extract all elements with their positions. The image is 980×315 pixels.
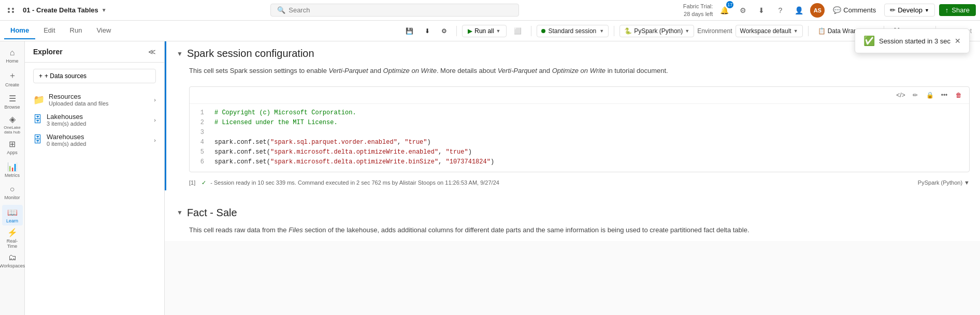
share-icon: ↑ — [945, 6, 949, 14]
collapse-button-1[interactable]: ▼ — [177, 50, 183, 57]
app-grid-button[interactable] — [4, 3, 19, 18]
stop-button[interactable]: ⬜ — [510, 25, 526, 37]
tab-home[interactable]: Home — [4, 22, 35, 39]
sidebar-item-metrics[interactable]: 📊 Metrics — [2, 159, 23, 180]
download-icon-btn[interactable]: ⬇ — [754, 3, 769, 18]
success-icon: ✓ — [201, 179, 206, 186]
language-selector[interactable]: 🐍 PySpark (Python) ▼ — [619, 25, 694, 37]
cell-1-title: Spark session configuration — [187, 48, 314, 59]
lakehouses-name: Lakehouses — [47, 113, 150, 121]
user-profile-btn[interactable]: 👤 — [791, 3, 806, 18]
code-line-3 — [214, 128, 965, 138]
chevron-down-icon: ▼ — [685, 28, 689, 34]
sidebar-item-browse[interactable]: ☰ Browse — [2, 91, 23, 112]
notification-badge: 17 — [726, 1, 733, 8]
top-bar-left: 01 - Create Delta Tables ▼ — [4, 3, 107, 18]
lakehouses-info: Lakehouses 3 item(s) added — [47, 113, 150, 127]
workspace-selector[interactable]: Workspace default ▼ — [736, 25, 803, 37]
italic-text-1: Verti-Parquet — [329, 67, 368, 74]
lang-label: PySpark (Python) — [634, 27, 683, 35]
sidebar-item-apps[interactable]: ⊞ Apps — [2, 137, 23, 157]
explorer-warehouses-item[interactable]: 🗄 Warehouses 0 item(s) added › — [25, 130, 164, 150]
edit-btn[interactable]: ✏ — [909, 89, 921, 101]
cell-2-header: ▼ Fact - Sale — [166, 201, 980, 225]
explorer-close-button[interactable]: ≪ — [148, 48, 156, 56]
sidebar-item-workspaces[interactable]: 🗂 Workspaces — [2, 250, 23, 271]
separator-1 — [456, 26, 457, 36]
sidebar-item-realtime[interactable]: ⚡ Real-Time — [2, 228, 23, 248]
sidebar-label-create: Create — [5, 82, 19, 87]
content-area: ▼ Spark session configuration This cell … — [165, 41, 980, 315]
tab-edit[interactable]: Edit — [37, 22, 61, 39]
sidebar-label-metrics: Metrics — [5, 173, 20, 178]
search-bar[interactable]: 🔍 — [270, 4, 519, 17]
session-selector[interactable]: Standard session ▼ — [537, 25, 609, 37]
search-icon: 🔍 — [277, 6, 285, 14]
explorer-title: Explorer — [33, 48, 63, 56]
notification-bell[interactable]: 🔔 17 — [717, 3, 731, 18]
lock-btn[interactable]: 🔒 — [924, 89, 936, 101]
toast-close-button[interactable]: ✕ — [955, 37, 961, 45]
run-all-button[interactable]: ▶ Run all ▼ — [462, 25, 506, 37]
explorer-resources-item[interactable]: 📁 Resources Uploaded data and files › — [25, 89, 164, 110]
develop-button[interactable]: ✏ Develop ▼ — [884, 4, 935, 17]
sidebar-label-monitor: Monitor — [4, 195, 20, 200]
chevron-down-icon: ▼ — [496, 28, 501, 34]
toast-text: Session started in 3 sec — [879, 37, 950, 45]
sidebar-item-monitor[interactable]: ○ Monitor — [2, 182, 23, 203]
explorer-panel: Explorer ≪ + + Data sources 📁 Resources … — [25, 41, 165, 315]
session-toast: ✅ Session started in 3 sec ✕ — [855, 28, 970, 53]
home-icon: ⌂ — [10, 48, 15, 57]
code-line-2: # Licensed under the MIT License. — [214, 118, 965, 128]
env-label: Environment — [697, 27, 732, 35]
tab-view[interactable]: View — [90, 22, 117, 39]
sidebar-item-onelake[interactable]: ◈ OneLake data hub — [2, 114, 23, 134]
cell-settings-button[interactable]: ⚙ — [437, 25, 451, 37]
menu-bar: Home Edit Run View 💾 ⬇ ⚙ ▶ Run all ▼ ⬜ S… — [0, 21, 980, 41]
search-input[interactable] — [289, 6, 512, 14]
italic-text-4: Optimize on Write — [552, 67, 606, 74]
chevron-right-icon-2: › — [154, 117, 156, 123]
settings-icon-btn[interactable]: ⚙ — [736, 3, 750, 18]
sidebar-item-learn[interactable]: 📖 Learn — [2, 205, 23, 226]
separator-4 — [808, 26, 809, 36]
comment-icon: 💬 — [833, 6, 841, 14]
share-button[interactable]: ↑ Share — [939, 4, 976, 16]
save-icon: 💾 — [406, 27, 413, 35]
collapse-button-2[interactable]: ▼ — [177, 209, 183, 216]
italic-files: Files — [289, 226, 302, 234]
code-line-6: spark.conf.set("spark.microsoft.delta.op… — [214, 157, 965, 167]
sidebar-item-create[interactable]: ＋ Create — [2, 68, 23, 89]
folder-icon: 📁 — [33, 94, 45, 106]
code-line-1: # Copyright (c) Microsoft Corporation. — [214, 108, 965, 118]
toast-check-icon: ✅ — [863, 35, 875, 47]
comments-button[interactable]: 💬 Comments — [829, 4, 880, 16]
help-icon-btn[interactable]: ? — [773, 3, 787, 18]
sidebar-label-workspaces: Workspaces — [0, 263, 25, 268]
separator-3 — [614, 26, 614, 36]
download-icon: ⬇ — [425, 27, 430, 35]
sidebar-item-home[interactable]: ⌂ Home — [2, 46, 23, 66]
add-data-sources-button[interactable]: + + Data sources — [33, 69, 156, 83]
delete-btn[interactable]: 🗑 — [953, 89, 965, 101]
top-bar-center: 🔍 — [111, 4, 679, 17]
line-numbers: 1 2 3 4 5 6 — [190, 108, 210, 168]
more-btn[interactable]: ••• — [938, 89, 950, 101]
tab-run[interactable]: Run — [64, 22, 89, 39]
sidebar-label-onelake: OneLake data hub — [2, 125, 23, 134]
chevron-down-icon: ▼ — [794, 28, 798, 34]
cell-1-number: [1] — [189, 179, 195, 186]
explorer-header: Explorer ≪ — [25, 41, 164, 63]
avatar[interactable]: AS — [810, 3, 825, 18]
cell-2-title: Fact - Sale — [187, 207, 237, 219]
save-button[interactable]: 💾 — [401, 25, 417, 37]
apps-icon: ⊞ — [9, 139, 16, 149]
code-line-4: spark.conf.set("spark.sql.parquet.vorder… — [214, 138, 965, 147]
code-view-btn[interactable]: </> — [895, 89, 907, 101]
sidebar-label-browse: Browse — [4, 104, 20, 110]
session-status-indicator — [541, 29, 545, 33]
chevron-right-icon-3: › — [154, 137, 156, 143]
download-button[interactable]: ⬇ — [421, 25, 434, 37]
code-lines[interactable]: # Copyright (c) Microsoft Corporation. #… — [210, 108, 969, 168]
explorer-lakehouses-item[interactable]: 🗄 Lakehouses 3 item(s) added › — [25, 110, 164, 130]
